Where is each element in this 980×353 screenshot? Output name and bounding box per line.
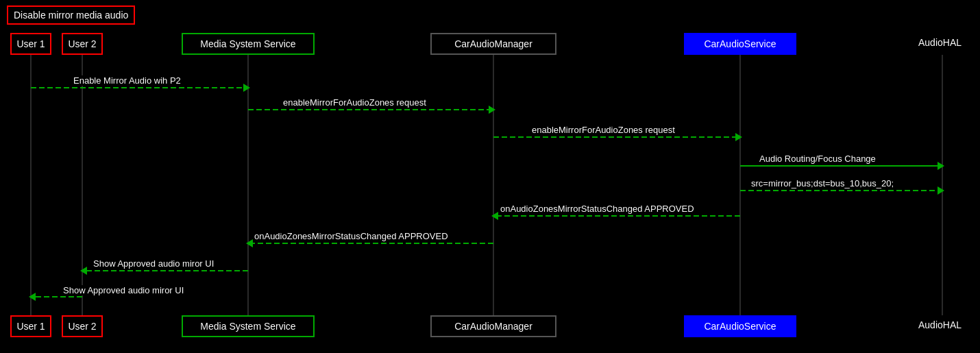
msg-show-approved-1: Show Approved audio miror UI <box>93 258 214 269</box>
msg-enable-mirror-audio: Enable Mirror Audio wih P2 <box>73 75 181 86</box>
svg-marker-11 <box>735 133 742 141</box>
svg-marker-7 <box>243 84 250 92</box>
msg-on-audio-zones-2: onAudioZonesMirrorStatusChanged APPROVED <box>254 231 448 241</box>
msg-enable-mirror-zones-2: enableMirrorForAudioZones request <box>532 125 675 135</box>
msg-show-approved-2: Show Approved audio miror UI <box>63 285 184 295</box>
svg-marker-17 <box>491 212 498 220</box>
msg-src-mirror-bus: src=mirror_bus;dst=bus_10,bus_20; <box>751 178 894 188</box>
svg-marker-21 <box>80 267 87 275</box>
svg-marker-19 <box>246 239 253 247</box>
svg-marker-15 <box>938 186 944 195</box>
msg-on-audio-zones-1: onAudioZonesMirrorStatusChanged APPROVED <box>500 204 694 214</box>
svg-marker-13 <box>938 162 944 170</box>
msg-enable-mirror-zones-1: enableMirrorForAudioZones request <box>283 97 426 108</box>
svg-marker-23 <box>29 293 36 301</box>
msg-audio-routing: Audio Routing/Focus Change <box>759 154 876 164</box>
svg-marker-9 <box>489 106 495 114</box>
